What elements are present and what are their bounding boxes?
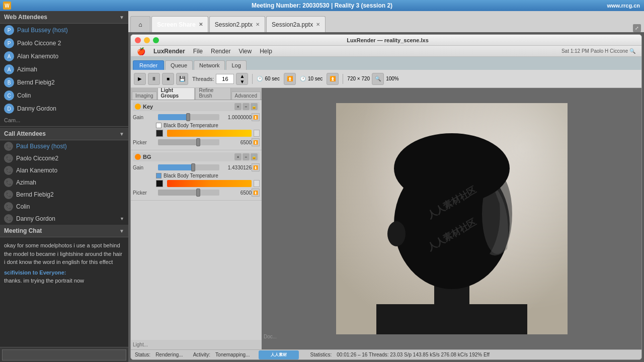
bg-picker-spin[interactable]: ⏫ <box>252 189 260 197</box>
list-item[interactable]: B Bernd Fiebig2 <box>0 76 128 89</box>
window-controls[interactable]: ⤢ <box>633 24 641 32</box>
tab-session2[interactable]: Session2.pptx ✕ <box>209 16 265 32</box>
help-menu[interactable]: Help <box>256 48 276 55</box>
bg-color-dot <box>135 154 141 160</box>
tab-session2a[interactable]: Session2a.pptx ✕ <box>266 16 326 32</box>
list-item[interactable]: 📞 Danny Gordon ▼ <box>0 213 128 225</box>
bg-color-swatch[interactable] <box>156 180 163 187</box>
list-item[interactable]: 📞 Bernd Fiebig2 <box>0 189 128 201</box>
zoom-button[interactable]: 🔍 <box>372 73 384 85</box>
key-lock-button[interactable]: 🔒 <box>251 103 258 110</box>
list-item[interactable]: 📞 Paolo Ciccone2 <box>0 152 128 164</box>
mac-window-title: LuxRender — reality_scene.lxs <box>162 37 613 43</box>
bg-gain-slider[interactable] <box>158 164 219 170</box>
avatar: D <box>4 104 14 114</box>
color-bar[interactable] <box>167 130 252 137</box>
clock-icon: 🕐 <box>257 76 263 81</box>
apple-menu[interactable]: 🍎 <box>133 47 149 55</box>
gain-spin[interactable]: ⏫ <box>252 113 260 121</box>
attendee-name: Bernd Fiebig2 <box>16 191 54 198</box>
bg-picker-value: 6500 <box>221 190 252 196</box>
bg-color-end[interactable] <box>254 180 260 187</box>
web-attendees-list: P Paul Bussey (host) P Paolo Ciccone 2 A… <box>0 24 128 115</box>
list-item[interactable]: 📞 Alan Kanemoto <box>0 164 128 176</box>
attendee-name: Paul Bussey (host) <box>17 27 68 34</box>
mac-close-button[interactable] <box>135 37 141 43</box>
bg-picker-label: Picker <box>133 190 156 196</box>
meeting-chat-header[interactable]: Meeting Chat ▼ <box>0 225 128 237</box>
attendee-name: Colin <box>16 203 30 210</box>
tab-refine-brush[interactable]: Refine Brush <box>195 88 230 100</box>
picker-spin[interactable]: ⏫ <box>252 138 260 146</box>
meeting-chat-section: Meeting Chat ▼ okay for some modelphotos… <box>0 225 128 362</box>
list-item[interactable]: 📞 Azimah <box>0 176 128 189</box>
svg-point-8 <box>394 133 510 204</box>
close-icon[interactable]: ✕ <box>256 22 260 27</box>
rgb-checkbox[interactable] <box>156 123 162 128</box>
close-icon[interactable]: ✕ <box>316 22 320 27</box>
call-attendees-list: 📞 Paul Bussey (host) 📞 Paolo Ciccone2 📞 … <box>0 140 128 225</box>
time-spin-2[interactable]: ⏫ <box>327 73 339 85</box>
list-item[interactable]: 📞 Colin <box>0 201 128 213</box>
tab-session2a-label: Session2a.pptx <box>272 21 313 28</box>
call-attendees-header[interactable]: Call Attendees ▼ <box>0 128 128 140</box>
controls-panel: Imaging Light Groups Refine Brush Advanc… <box>131 88 262 349</box>
luxrender-menu[interactable]: LuxRender <box>149 48 189 55</box>
list-item[interactable]: A Alan Kanemoto <box>0 50 128 63</box>
web-attendees-header[interactable]: Web Attendees ▼ <box>0 11 128 24</box>
tab-advanced[interactable]: Advanced <box>231 92 261 100</box>
threads-input[interactable] <box>216 74 234 84</box>
play-button[interactable]: ▶ <box>134 73 146 85</box>
render-menu[interactable]: Render <box>207 48 234 55</box>
list-item[interactable]: P Paul Bussey (host) <box>0 24 128 37</box>
save-button[interactable]: 💾 <box>176 73 188 85</box>
threads-arrow[interactable]: ▲▼ <box>236 73 248 85</box>
phone-icon: 📞 <box>4 214 13 223</box>
bg-lock-button[interactable]: 🔒 <box>251 153 258 160</box>
tab-imaging[interactable]: Imaging <box>132 92 157 100</box>
bg-rgb-row: Black Body Temperature <box>133 173 260 178</box>
phone-icon: 📞 <box>4 178 13 187</box>
time-spin-1[interactable]: ⏫ <box>284 73 296 85</box>
gain-label: Gain <box>133 115 156 120</box>
picker-slider[interactable] <box>158 139 219 145</box>
color-swatch[interactable] <box>156 130 163 137</box>
list-item[interactable]: C Colin <box>0 89 128 102</box>
list-item[interactable]: D Danny Gordon <box>0 102 128 115</box>
render-tab-render[interactable]: Render <box>133 60 164 70</box>
render-tab-log[interactable]: Log <box>226 60 246 70</box>
mac-maximize-button[interactable] <box>153 37 159 43</box>
list-item[interactable]: P Paolo Ciccone 2 <box>0 37 128 50</box>
render-tab-network[interactable]: Network <box>194 60 225 70</box>
view-menu[interactable]: View <box>234 48 256 55</box>
pause-button[interactable]: ⏸ <box>148 73 160 85</box>
color-end[interactable] <box>254 130 260 137</box>
bg-rgb-checkbox[interactable] <box>156 173 162 178</box>
list-item[interactable]: A Azimah <box>0 63 128 76</box>
bg-color-bar[interactable] <box>167 180 252 187</box>
bg-minus-button[interactable]: − <box>243 153 250 160</box>
list-item[interactable]: 📞 Paul Bussey (host) <box>0 140 128 152</box>
tab-screen-share[interactable]: Screen Share ✕ <box>151 16 208 32</box>
bg-gain-row: Gain 1.4330126 ⏫ <box>133 163 260 171</box>
key-plus-button[interactable]: + <box>234 103 242 110</box>
mac-minimize-button[interactable] <box>144 37 150 43</box>
render-tab-queue[interactable]: Queue <box>165 60 193 70</box>
stop-button[interactable]: ■ <box>162 73 174 85</box>
file-menu[interactable]: File <box>189 48 207 55</box>
close-icon[interactable]: ✕ <box>199 22 203 27</box>
bg-picker-row: Picker 6500 ⏫ <box>133 189 260 197</box>
bg-plus-button[interactable]: + <box>234 153 242 160</box>
chat-message: scifivision to Everyone: thanks. im tryi… <box>4 268 124 285</box>
chat-input[interactable] <box>2 349 126 360</box>
status-label: Status: <box>135 352 150 357</box>
tab-light-groups[interactable]: Light Groups <box>157 88 195 100</box>
attendee-name: Colin <box>17 92 31 99</box>
bg-gain-spin[interactable]: ⏫ <box>252 163 260 171</box>
bg-picker-slider[interactable] <box>158 190 219 196</box>
attendee-name: Paolo Ciccone 2 <box>17 40 61 47</box>
gain-slider[interactable] <box>158 114 219 120</box>
key-minus-button[interactable]: − <box>243 103 250 110</box>
tab-home[interactable]: ⌂ <box>130 16 150 32</box>
divider <box>0 126 128 127</box>
